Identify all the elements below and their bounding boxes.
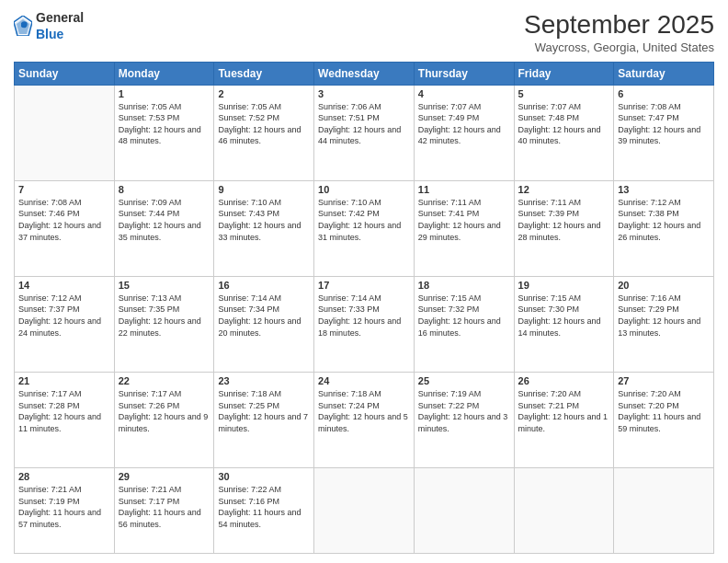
- day-number: 6: [618, 88, 710, 99]
- day-info: Sunrise: 7:15 AMSunset: 7:30 PMDaylight:…: [518, 293, 610, 339]
- day-info: Sunrise: 7:17 AMSunset: 7:28 PMDaylight:…: [18, 388, 110, 434]
- day-info: Sunrise: 7:16 AMSunset: 7:29 PMDaylight:…: [618, 293, 710, 339]
- day-info: Sunrise: 7:21 AMSunset: 7:17 PMDaylight:…: [119, 484, 210, 530]
- day-cell: [514, 468, 614, 554]
- day-info: Sunrise: 7:08 AMSunset: 7:46 PMDaylight:…: [18, 197, 110, 243]
- day-number: 27: [618, 375, 710, 386]
- day-info: Sunrise: 7:12 AMSunset: 7:37 PMDaylight:…: [18, 293, 110, 339]
- day-cell: [15, 85, 115, 180]
- page: General Blue September 2025 Waycross, Ge…: [0, 0, 728, 563]
- day-info: Sunrise: 7:18 AMSunset: 7:24 PMDaylight:…: [318, 388, 410, 434]
- day-info: Sunrise: 7:18 AMSunset: 7:25 PMDaylight:…: [218, 388, 310, 434]
- day-number: 14: [18, 280, 110, 291]
- weekday-header-wednesday: Wednesday: [314, 62, 415, 85]
- weekday-header-sunday: Sunday: [15, 62, 115, 85]
- day-info: Sunrise: 7:22 AMSunset: 7:16 PMDaylight:…: [218, 484, 310, 530]
- day-cell: 3Sunrise: 7:06 AMSunset: 7:51 PMDaylight…: [314, 85, 415, 180]
- day-number: 24: [318, 375, 410, 386]
- day-cell: 17Sunrise: 7:14 AMSunset: 7:33 PMDayligh…: [314, 276, 415, 372]
- day-cell: [614, 468, 714, 554]
- day-info: Sunrise: 7:20 AMSunset: 7:20 PMDaylight:…: [618, 388, 710, 434]
- day-cell: 13Sunrise: 7:12 AMSunset: 7:38 PMDayligh…: [614, 180, 714, 276]
- day-cell: 20Sunrise: 7:16 AMSunset: 7:29 PMDayligh…: [614, 276, 714, 372]
- day-number: 7: [18, 184, 110, 195]
- day-cell: 9Sunrise: 7:10 AMSunset: 7:43 PMDaylight…: [214, 180, 314, 276]
- weekday-header-friday: Friday: [514, 62, 614, 85]
- day-cell: 25Sunrise: 7:19 AMSunset: 7:22 PMDayligh…: [414, 372, 514, 467]
- day-info: Sunrise: 7:20 AMSunset: 7:21 PMDaylight:…: [518, 388, 610, 434]
- day-number: 5: [518, 88, 610, 99]
- logo-text: General Blue: [36, 9, 84, 42]
- day-cell: 18Sunrise: 7:15 AMSunset: 7:32 PMDayligh…: [414, 276, 514, 372]
- day-number: 12: [518, 184, 610, 195]
- day-cell: 11Sunrise: 7:11 AMSunset: 7:41 PMDayligh…: [414, 180, 514, 276]
- day-info: Sunrise: 7:07 AMSunset: 7:48 PMDaylight:…: [518, 101, 610, 147]
- day-info: Sunrise: 7:06 AMSunset: 7:51 PMDaylight:…: [318, 101, 410, 147]
- day-number: 9: [218, 184, 310, 195]
- day-cell: 8Sunrise: 7:09 AMSunset: 7:44 PMDaylight…: [114, 180, 214, 276]
- logo-general: General: [36, 9, 84, 26]
- day-info: Sunrise: 7:21 AMSunset: 7:19 PMDaylight:…: [18, 484, 110, 530]
- day-number: 2: [218, 88, 310, 99]
- day-cell: 1Sunrise: 7:05 AMSunset: 7:53 PMDaylight…: [114, 85, 214, 180]
- weekday-header-row: SundayMondayTuesdayWednesdayThursdayFrid…: [15, 62, 714, 85]
- week-row-5: 28Sunrise: 7:21 AMSunset: 7:19 PMDayligh…: [15, 468, 714, 554]
- day-cell: 28Sunrise: 7:21 AMSunset: 7:19 PMDayligh…: [15, 468, 115, 554]
- week-row-1: 1Sunrise: 7:05 AMSunset: 7:53 PMDaylight…: [15, 85, 714, 180]
- day-number: 17: [318, 280, 410, 291]
- day-cell: 2Sunrise: 7:05 AMSunset: 7:52 PMDaylight…: [214, 85, 314, 180]
- day-number: 29: [119, 471, 210, 482]
- day-number: 20: [618, 280, 710, 291]
- day-info: Sunrise: 7:15 AMSunset: 7:32 PMDaylight:…: [418, 293, 510, 339]
- day-number: 10: [318, 184, 410, 195]
- logo-icon: [14, 16, 32, 36]
- day-info: Sunrise: 7:11 AMSunset: 7:39 PMDaylight:…: [518, 197, 610, 243]
- weekday-header-tuesday: Tuesday: [214, 62, 314, 85]
- day-cell: 22Sunrise: 7:17 AMSunset: 7:26 PMDayligh…: [114, 372, 214, 467]
- weekday-header-saturday: Saturday: [614, 62, 714, 85]
- day-number: 22: [119, 375, 210, 386]
- day-number: 30: [218, 471, 310, 482]
- day-cell: [414, 468, 514, 554]
- week-row-4: 21Sunrise: 7:17 AMSunset: 7:28 PMDayligh…: [15, 372, 714, 467]
- logo-blue: Blue: [36, 26, 84, 42]
- calendar-table: SundayMondayTuesdayWednesdayThursdayFrid…: [14, 62, 714, 554]
- day-number: 18: [418, 280, 510, 291]
- day-cell: 30Sunrise: 7:22 AMSunset: 7:16 PMDayligh…: [214, 468, 314, 554]
- day-cell: 7Sunrise: 7:08 AMSunset: 7:46 PMDaylight…: [15, 180, 115, 276]
- day-info: Sunrise: 7:10 AMSunset: 7:43 PMDaylight:…: [218, 197, 310, 243]
- day-info: Sunrise: 7:14 AMSunset: 7:34 PMDaylight:…: [218, 293, 310, 339]
- day-info: Sunrise: 7:08 AMSunset: 7:47 PMDaylight:…: [618, 101, 710, 147]
- day-cell: 27Sunrise: 7:20 AMSunset: 7:20 PMDayligh…: [614, 372, 714, 467]
- week-row-3: 14Sunrise: 7:12 AMSunset: 7:37 PMDayligh…: [15, 276, 714, 372]
- day-info: Sunrise: 7:17 AMSunset: 7:26 PMDaylight:…: [119, 388, 210, 434]
- title-section: September 2025 Waycross, Georgia, United…: [524, 9, 714, 54]
- day-cell: 23Sunrise: 7:18 AMSunset: 7:25 PMDayligh…: [214, 372, 314, 467]
- day-number: 25: [418, 375, 510, 386]
- day-number: 26: [518, 375, 610, 386]
- day-cell: 4Sunrise: 7:07 AMSunset: 7:49 PMDaylight…: [414, 85, 514, 180]
- day-cell: 10Sunrise: 7:10 AMSunset: 7:42 PMDayligh…: [314, 180, 415, 276]
- day-number: 8: [119, 184, 210, 195]
- day-number: 15: [119, 280, 210, 291]
- day-number: 19: [518, 280, 610, 291]
- day-info: Sunrise: 7:12 AMSunset: 7:38 PMDaylight:…: [618, 197, 710, 243]
- day-number: 16: [218, 280, 310, 291]
- subtitle: Waycross, Georgia, United States: [524, 40, 714, 54]
- day-number: 3: [318, 88, 410, 99]
- logo: General Blue: [14, 9, 84, 42]
- day-number: 1: [119, 88, 210, 99]
- day-info: Sunrise: 7:09 AMSunset: 7:44 PMDaylight:…: [119, 197, 210, 243]
- day-cell: 12Sunrise: 7:11 AMSunset: 7:39 PMDayligh…: [514, 180, 614, 276]
- day-cell: 26Sunrise: 7:20 AMSunset: 7:21 PMDayligh…: [514, 372, 614, 467]
- day-cell: [314, 468, 415, 554]
- weekday-header-thursday: Thursday: [414, 62, 514, 85]
- main-title: September 2025: [524, 9, 714, 40]
- day-cell: 16Sunrise: 7:14 AMSunset: 7:34 PMDayligh…: [214, 276, 314, 372]
- day-cell: 5Sunrise: 7:07 AMSunset: 7:48 PMDaylight…: [514, 85, 614, 180]
- day-cell: 14Sunrise: 7:12 AMSunset: 7:37 PMDayligh…: [15, 276, 115, 372]
- day-info: Sunrise: 7:07 AMSunset: 7:49 PMDaylight:…: [418, 101, 510, 147]
- day-info: Sunrise: 7:11 AMSunset: 7:41 PMDaylight:…: [418, 197, 510, 243]
- day-number: 23: [218, 375, 310, 386]
- day-info: Sunrise: 7:19 AMSunset: 7:22 PMDaylight:…: [418, 388, 510, 434]
